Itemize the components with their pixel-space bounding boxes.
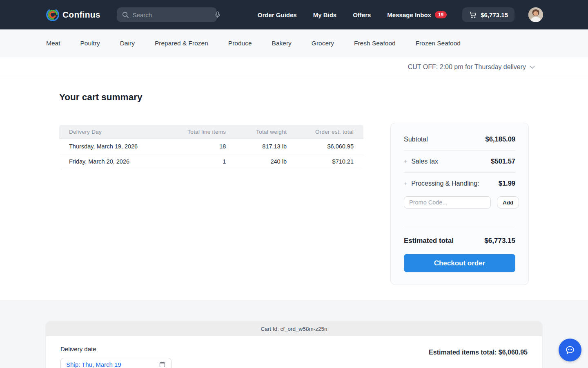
plus-icon: +: [404, 180, 407, 187]
nav-order-guides[interactable]: Order Guides: [258, 11, 297, 18]
brand-logo[interactable]: Confinus: [46, 8, 100, 22]
category-meat[interactable]: Meat: [46, 40, 60, 47]
subtotal-value: $6,185.09: [486, 135, 515, 143]
category-frozen-seafood[interactable]: Frozen Seafood: [416, 40, 461, 47]
brand-name: Confinus: [62, 10, 100, 20]
cart-total: $6,773.15: [481, 11, 508, 18]
cutoff-text: CUT OFF: 2:00 pm for Thursday delivery: [408, 63, 526, 71]
delivery-date-group: Delivery date Ship: Thu, March 19: [60, 346, 172, 368]
col-total-weight: Total weight: [226, 129, 287, 135]
estimated-total-label: Estimated total: [404, 237, 454, 245]
cart-icon: [469, 11, 477, 19]
cart-id-bar: Cart Id: cf_ord_w58m-z25n: [46, 321, 542, 336]
order-totals-panel: Subtotal $6,185.09 + Sales tax $501.57 +…: [390, 123, 529, 285]
cell-total-weight: 240 lb: [226, 158, 287, 165]
category-poultry[interactable]: Poultry: [80, 40, 100, 47]
nav-offers[interactable]: Offers: [353, 11, 371, 18]
processing-label: + Processing & Handling:: [404, 180, 479, 187]
user-avatar[interactable]: [528, 7, 543, 22]
checkout-button[interactable]: Checkout order: [404, 254, 515, 272]
delivery-summary-table: Delivery Day Total line items Total weig…: [59, 125, 363, 169]
cart-id: Cart Id: cf_ord_w58m-z25n: [261, 326, 327, 332]
ship-date-value: Ship: Thu, March 19: [66, 361, 121, 368]
order-card: Cart Id: cf_ord_w58m-z25n Delivery date …: [46, 321, 542, 368]
order-detail-section: Cart Id: cf_ord_w58m-z25n Delivery date …: [0, 300, 588, 368]
category-dairy[interactable]: Dairy: [120, 40, 135, 47]
search-icon: [122, 11, 129, 18]
category-grocery[interactable]: Grocery: [312, 40, 334, 47]
nav-message-inbox-label: Message Inbox: [387, 11, 431, 18]
chat-launcher-button[interactable]: [559, 339, 581, 361]
category-fresh-seafood[interactable]: Fresh Seafood: [354, 40, 396, 47]
cell-delivery-day: Friday, March 20, 2026: [69, 158, 165, 165]
promo-code-input[interactable]: [404, 196, 491, 209]
cell-line-items: 1: [165, 158, 226, 165]
table-row[interactable]: Friday, March 20, 2026 1 240 lb $710.21: [59, 154, 363, 169]
nav-my-bids[interactable]: My Bids: [313, 11, 337, 18]
sales-tax-value: $501.57: [491, 157, 515, 165]
top-nav: Order Guides My Bids Offers Message Inbo…: [258, 11, 447, 18]
table-row[interactable]: Thursday, March 19, 2026 18 817.13 lb $6…: [59, 139, 363, 154]
plus-icon: +: [404, 158, 407, 165]
page-title: Your cart summary: [59, 77, 529, 103]
cutoff-banner: CUT OFF: 2:00 pm for Thursday delivery: [0, 57, 588, 77]
col-delivery-day: Delivery Day: [69, 129, 165, 135]
sales-tax-label: + Sales tax: [404, 158, 438, 165]
category-prepared-frozen[interactable]: Prepared & Frozen: [155, 40, 208, 47]
search-bar[interactable]: [117, 7, 217, 22]
chat-bubble-icon: [565, 345, 575, 355]
category-nav: Meat Poultry Dairy Prepared & Frozen Pro…: [0, 29, 588, 57]
calendar-icon: [159, 361, 166, 368]
processing-value: $1.99: [499, 180, 515, 187]
cell-order-total: $710.21: [287, 158, 354, 165]
cell-order-total: $6,060.95: [287, 143, 354, 150]
cell-line-items: 18: [165, 143, 226, 150]
ship-date-select[interactable]: Ship: Thu, March 19: [60, 358, 172, 368]
estimated-items-total: Estimated items total: $6,060.95: [429, 349, 528, 368]
category-bakery[interactable]: Bakery: [272, 40, 292, 47]
logo-mark-icon: [46, 8, 60, 22]
inbox-count-badge: 19: [435, 11, 447, 18]
top-header: Confinus Order Guides My Bids Offers Mes…: [0, 0, 588, 29]
add-promo-button[interactable]: Add: [497, 196, 519, 209]
cart-summary-section: Your cart summary Delivery Day Total lin…: [0, 77, 588, 300]
cart-button[interactable]: $6,773.15: [462, 7, 514, 22]
category-produce[interactable]: Produce: [228, 40, 252, 47]
chevron-down-icon[interactable]: [530, 65, 535, 69]
cell-total-weight: 817.13 lb: [226, 143, 287, 150]
delivery-date-label: Delivery date: [60, 346, 172, 352]
mic-icon[interactable]: [214, 11, 221, 18]
col-line-items: Total line items: [165, 129, 226, 135]
cell-delivery-day: Thursday, March 19, 2026: [69, 143, 165, 150]
search-input[interactable]: [133, 11, 214, 18]
table-header-row: Delivery Day Total line items Total weig…: [59, 125, 363, 139]
estimated-total-value: $6,773.15: [484, 237, 515, 245]
subtotal-label: Subtotal: [404, 136, 428, 143]
nav-message-inbox[interactable]: Message Inbox 19: [387, 11, 447, 18]
col-order-total: Order est. total: [287, 129, 354, 135]
